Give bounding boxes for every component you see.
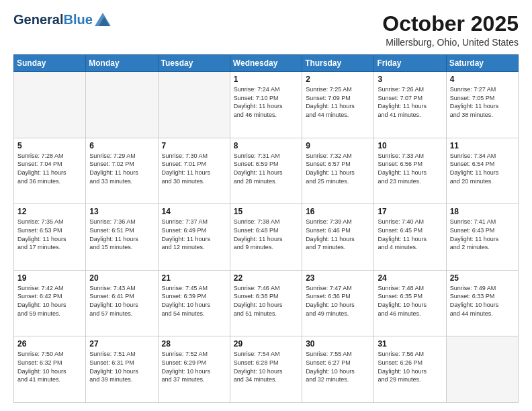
day-header-tuesday: Tuesday bbox=[158, 55, 230, 72]
calendar-cell: 10Sunrise: 7:33 AM Sunset: 6:56 PM Dayli… bbox=[374, 138, 446, 204]
day-info: Sunrise: 7:49 AM Sunset: 6:33 PM Dayligh… bbox=[450, 284, 515, 318]
day-header-sunday: Sunday bbox=[14, 55, 86, 72]
day-number: 3 bbox=[378, 75, 442, 84]
day-number: 5 bbox=[17, 141, 82, 150]
day-info: Sunrise: 7:28 AM Sunset: 7:04 PM Dayligh… bbox=[17, 152, 82, 185]
logo-general: GeneralBlue bbox=[13, 12, 93, 28]
calendar-cell: 16Sunrise: 7:39 AM Sunset: 6:46 PM Dayli… bbox=[302, 204, 374, 271]
day-number: 27 bbox=[89, 339, 154, 349]
day-header-monday: Monday bbox=[86, 55, 158, 72]
calendar-cell: 29Sunrise: 7:54 AM Sunset: 6:28 PM Dayli… bbox=[230, 336, 302, 403]
day-info: Sunrise: 7:46 AM Sunset: 6:38 PM Dayligh… bbox=[234, 284, 298, 318]
day-info: Sunrise: 7:41 AM Sunset: 6:43 PM Dayligh… bbox=[450, 218, 515, 251]
day-info: Sunrise: 7:43 AM Sunset: 6:41 PM Dayligh… bbox=[89, 284, 154, 318]
day-number: 4 bbox=[450, 75, 515, 84]
calendar-cell: 5Sunrise: 7:28 AM Sunset: 7:04 PM Daylig… bbox=[14, 138, 86, 204]
calendar-cell: 31Sunrise: 7:56 AM Sunset: 6:26 PM Dayli… bbox=[374, 336, 446, 403]
day-number: 26 bbox=[17, 339, 82, 349]
day-info: Sunrise: 7:24 AM Sunset: 7:10 PM Dayligh… bbox=[234, 85, 298, 119]
day-info: Sunrise: 7:54 AM Sunset: 6:28 PM Dayligh… bbox=[234, 350, 298, 383]
day-info: Sunrise: 7:33 AM Sunset: 6:56 PM Dayligh… bbox=[378, 152, 442, 185]
month-title: October 2025 bbox=[382, 12, 519, 36]
day-number: 18 bbox=[450, 207, 515, 216]
day-info: Sunrise: 7:40 AM Sunset: 6:45 PM Dayligh… bbox=[378, 218, 442, 251]
calendar-cell: 9Sunrise: 7:32 AM Sunset: 6:57 PM Daylig… bbox=[302, 138, 374, 204]
location: Millersburg, Ohio, United States bbox=[382, 37, 519, 48]
day-number: 19 bbox=[17, 273, 82, 283]
calendar-cell: 26Sunrise: 7:50 AM Sunset: 6:32 PM Dayli… bbox=[14, 336, 86, 403]
calendar-cell: 15Sunrise: 7:38 AM Sunset: 6:48 PM Dayli… bbox=[230, 204, 302, 271]
day-info: Sunrise: 7:30 AM Sunset: 7:01 PM Dayligh… bbox=[162, 152, 226, 185]
logo: GeneralBlue bbox=[13, 12, 111, 28]
day-number: 14 bbox=[162, 207, 226, 216]
day-number: 31 bbox=[378, 339, 442, 349]
calendar-cell: 27Sunrise: 7:51 AM Sunset: 6:31 PM Dayli… bbox=[86, 336, 158, 403]
calendar-cell: 25Sunrise: 7:49 AM Sunset: 6:33 PM Dayli… bbox=[446, 270, 518, 336]
day-info: Sunrise: 7:55 AM Sunset: 6:27 PM Dayligh… bbox=[306, 350, 370, 383]
day-number: 7 bbox=[162, 141, 226, 150]
day-number: 11 bbox=[450, 141, 515, 150]
calendar-cell: 24Sunrise: 7:48 AM Sunset: 6:35 PM Dayli… bbox=[374, 270, 446, 336]
day-info: Sunrise: 7:36 AM Sunset: 6:51 PM Dayligh… bbox=[89, 218, 154, 251]
day-info: Sunrise: 7:45 AM Sunset: 6:39 PM Dayligh… bbox=[162, 284, 226, 318]
title-block: October 2025 Millersburg, Ohio, United S… bbox=[382, 12, 519, 48]
calendar-cell: 18Sunrise: 7:41 AM Sunset: 6:43 PM Dayli… bbox=[446, 204, 518, 271]
calendar-table: SundayMondayTuesdayWednesdayThursdayFrid… bbox=[13, 54, 519, 403]
calendar-cell: 21Sunrise: 7:45 AM Sunset: 6:39 PM Dayli… bbox=[158, 270, 230, 336]
day-number: 29 bbox=[234, 339, 298, 349]
calendar-cell: 20Sunrise: 7:43 AM Sunset: 6:41 PM Dayli… bbox=[86, 270, 158, 336]
day-header-wednesday: Wednesday bbox=[230, 55, 302, 72]
day-info: Sunrise: 7:48 AM Sunset: 6:35 PM Dayligh… bbox=[378, 284, 442, 318]
day-number: 30 bbox=[306, 339, 370, 349]
header: GeneralBlue October 2025 Millersburg, Oh… bbox=[13, 12, 519, 48]
calendar-cell: 14Sunrise: 7:37 AM Sunset: 6:49 PM Dayli… bbox=[158, 204, 230, 271]
day-number: 10 bbox=[378, 141, 442, 150]
calendar-cell: 12Sunrise: 7:35 AM Sunset: 6:53 PM Dayli… bbox=[14, 204, 86, 271]
page: GeneralBlue October 2025 Millersburg, Oh… bbox=[0, 0, 532, 411]
calendar-cell: 2Sunrise: 7:25 AM Sunset: 7:09 PM Daylig… bbox=[302, 72, 374, 138]
day-info: Sunrise: 7:29 AM Sunset: 7:02 PM Dayligh… bbox=[89, 152, 154, 185]
week-row-2: 5Sunrise: 7:28 AM Sunset: 7:04 PM Daylig… bbox=[14, 138, 519, 204]
calendar-cell: 11Sunrise: 7:34 AM Sunset: 6:54 PM Dayli… bbox=[446, 138, 518, 204]
calendar-cell: 22Sunrise: 7:46 AM Sunset: 6:38 PM Dayli… bbox=[230, 270, 302, 336]
calendar-cell: 23Sunrise: 7:47 AM Sunset: 6:36 PM Dayli… bbox=[302, 270, 374, 336]
day-info: Sunrise: 7:51 AM Sunset: 6:31 PM Dayligh… bbox=[89, 350, 154, 383]
day-number: 15 bbox=[234, 207, 298, 216]
day-number: 1 bbox=[234, 75, 298, 84]
day-info: Sunrise: 7:32 AM Sunset: 6:57 PM Dayligh… bbox=[306, 152, 370, 185]
calendar-cell bbox=[14, 72, 86, 138]
week-row-4: 19Sunrise: 7:42 AM Sunset: 6:42 PM Dayli… bbox=[14, 270, 519, 336]
calendar-cell: 28Sunrise: 7:52 AM Sunset: 6:29 PM Dayli… bbox=[158, 336, 230, 403]
day-number: 9 bbox=[306, 141, 370, 150]
week-row-5: 26Sunrise: 7:50 AM Sunset: 6:32 PM Dayli… bbox=[14, 336, 519, 403]
day-number: 13 bbox=[89, 207, 154, 216]
day-number: 23 bbox=[306, 273, 370, 283]
calendar-cell bbox=[86, 72, 158, 138]
day-info: Sunrise: 7:27 AM Sunset: 7:05 PM Dayligh… bbox=[450, 85, 515, 119]
calendar-cell bbox=[158, 72, 230, 138]
calendar-cell: 3Sunrise: 7:26 AM Sunset: 7:07 PM Daylig… bbox=[374, 72, 446, 138]
day-number: 22 bbox=[234, 273, 298, 283]
calendar-cell bbox=[446, 336, 518, 403]
day-header-friday: Friday bbox=[374, 55, 446, 72]
week-row-3: 12Sunrise: 7:35 AM Sunset: 6:53 PM Dayli… bbox=[14, 204, 519, 271]
day-number: 8 bbox=[234, 141, 298, 150]
calendar-cell: 8Sunrise: 7:31 AM Sunset: 6:59 PM Daylig… bbox=[230, 138, 302, 204]
day-number: 21 bbox=[162, 273, 226, 283]
day-info: Sunrise: 7:42 AM Sunset: 6:42 PM Dayligh… bbox=[17, 284, 82, 318]
day-number: 12 bbox=[17, 207, 82, 216]
calendar-cell: 19Sunrise: 7:42 AM Sunset: 6:42 PM Dayli… bbox=[14, 270, 86, 336]
day-number: 16 bbox=[306, 207, 370, 216]
day-header-thursday: Thursday bbox=[302, 55, 374, 72]
calendar-cell: 30Sunrise: 7:55 AM Sunset: 6:27 PM Dayli… bbox=[302, 336, 374, 403]
calendar-cell: 6Sunrise: 7:29 AM Sunset: 7:02 PM Daylig… bbox=[86, 138, 158, 204]
day-info: Sunrise: 7:34 AM Sunset: 6:54 PM Dayligh… bbox=[450, 152, 515, 185]
day-number: 20 bbox=[89, 273, 154, 283]
day-info: Sunrise: 7:39 AM Sunset: 6:46 PM Dayligh… bbox=[306, 218, 370, 251]
day-info: Sunrise: 7:47 AM Sunset: 6:36 PM Dayligh… bbox=[306, 284, 370, 318]
day-info: Sunrise: 7:52 AM Sunset: 6:29 PM Dayligh… bbox=[162, 350, 226, 383]
day-info: Sunrise: 7:38 AM Sunset: 6:48 PM Dayligh… bbox=[234, 218, 298, 251]
day-number: 28 bbox=[162, 339, 226, 349]
day-number: 17 bbox=[378, 207, 442, 216]
calendar-cell: 13Sunrise: 7:36 AM Sunset: 6:51 PM Dayli… bbox=[86, 204, 158, 271]
